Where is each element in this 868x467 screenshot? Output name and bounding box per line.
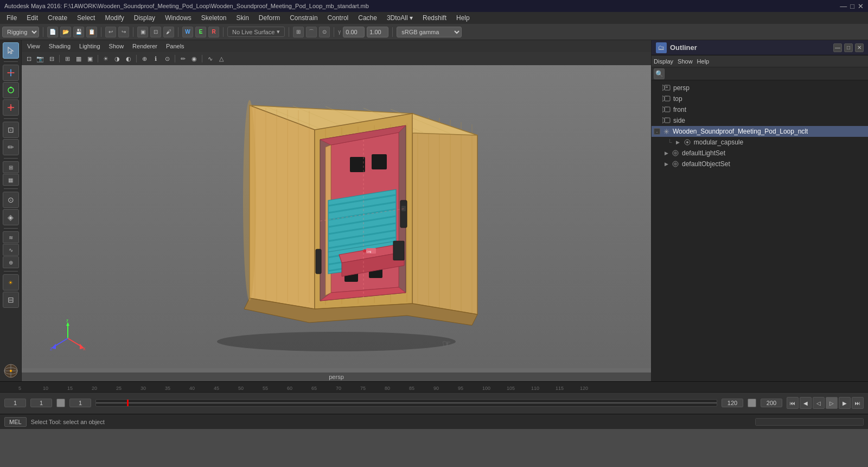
outliner-item-top[interactable]: top [652,93,868,104]
outliner-menu-display[interactable]: Display [654,58,673,65]
vt-hud-btn[interactable]: ℹ [151,54,161,64]
new-scene-button[interactable]: 📄 [47,27,58,37]
outliner-item-modular-capsule[interactable]: └ ▶ modular_capsule [652,137,868,148]
vp-menu-renderer[interactable]: Renderer [130,42,159,50]
select-tool-lt[interactable] [3,42,19,59]
move-tool-button[interactable]: W [182,27,193,37]
collapse-wooden-pod-btn[interactable]: - [654,128,660,135]
menu-deform[interactable]: Deform [254,13,284,23]
expand-arrow-objectset[interactable]: ▶ [662,160,670,168]
outliner-menu-show[interactable]: Show [678,58,693,65]
view-layout-btn[interactable]: ▦ [3,174,19,186]
scale-tool-button[interactable]: R [208,27,219,37]
vt-display-colors-btn[interactable]: ◉ [189,54,199,64]
lasso-tool-button[interactable]: ⊡ [150,27,161,37]
timeline-scrubber[interactable] [95,399,717,407]
no-live-surface-indicator[interactable]: No Live Surface ▾ [227,27,285,37]
vt-filmgate-btn[interactable]: ⊟ [47,54,56,64]
menu-redshift[interactable]: Redshift [418,13,451,23]
vp-menu-view[interactable]: View [25,42,42,50]
vp-menu-show[interactable]: Show [107,42,126,50]
menu-3dtool[interactable]: 3DtoAll ▾ [382,13,417,23]
menu-constrain[interactable]: Constrain [285,13,322,23]
vt-shadows-btn[interactable]: ◑ [112,54,122,64]
outliner-minimize-btn[interactable]: — [833,43,842,52]
play-back-btn[interactable]: ◁ [813,397,825,409]
light-btn[interactable]: ☀ [3,274,19,291]
select-tool-button[interactable]: ▣ [137,27,148,37]
undo-button[interactable]: ↩ [105,27,116,37]
scene-container[interactable]: Log ☞ [22,65,651,368]
vt-poly-btn[interactable]: △ [216,54,226,64]
go-start-btn[interactable]: ⏮ [787,397,799,409]
vt-texture-btn[interactable]: ▣ [85,54,95,64]
paint-tool-lt[interactable]: ✏ [3,139,19,155]
rivet-btn[interactable]: ◈ [3,209,19,225]
timeline-ruler[interactable]: 5 10 15 20 25 30 35 40 45 50 55 60 65 70… [0,382,868,393]
menu-skin[interactable]: Skin [232,13,253,23]
vt-nurbscurve-btn[interactable]: ∿ [205,54,215,64]
vt-wireframe-btn[interactable]: ⊞ [62,54,72,64]
rotate-tool-button[interactable]: E [195,27,206,37]
menu-display[interactable]: Display [130,13,159,23]
menu-windows[interactable]: Windows [161,13,196,23]
move-tool-lt[interactable] [3,65,19,81]
current-frame-input[interactable] [4,399,26,407]
outliner-item-default-light-set[interactable]: ▶ defaultLightSet [652,148,868,159]
scrub-handle[interactable] [127,400,129,406]
outliner-item-persp[interactable]: persp [652,83,868,93]
outliner-content[interactable]: persp top [652,80,868,381]
menu-modify[interactable]: Modify [100,13,128,23]
outliner-item-front[interactable]: front [652,104,868,115]
outliner-close-btn[interactable]: ✕ [855,43,864,52]
gamma-input[interactable] [343,27,365,37]
mode-selector[interactable]: Rigging [2,27,39,37]
play-fwd-btn[interactable]: ▷ [826,397,838,409]
vt-grid-btn[interactable]: ⊕ [139,54,149,64]
vt-lighting-btn[interactable]: ☀ [101,54,111,64]
end-frame-input[interactable] [722,399,743,407]
next-frame-btn[interactable]: ▶ [839,397,851,409]
outliner-maximize-btn[interactable]: □ [844,43,853,52]
main-viewport[interactable]: View Shading Lighting Show Renderer Pane… [22,40,651,381]
vp-menu-shading[interactable]: Shading [47,42,73,50]
scale-tool-lt[interactable] [3,99,19,116]
save-as-button[interactable]: 📋 [86,27,97,37]
start-frame-input[interactable] [30,399,52,407]
expand-arrow-lightset[interactable]: ▶ [662,149,670,157]
menu-file[interactable]: File [2,13,21,23]
menu-cache[interactable]: Cache [354,13,381,23]
vt-xray-btn[interactable]: ⊙ [162,54,172,64]
menu-edit[interactable]: Edit [22,13,42,23]
save-file-button[interactable]: 💾 [73,27,84,37]
vt-smooth-btn[interactable]: ▦ [74,54,84,64]
view-grid-btn[interactable]: ⊞ [3,161,19,173]
curve-btn[interactable]: ∿ [3,244,19,256]
vt-camera-btn[interactable]: ⊡ [24,54,34,64]
menu-control[interactable]: Control [323,13,353,23]
menu-select[interactable]: Select [73,13,99,23]
menu-skeleton[interactable]: Skeleton [197,13,231,23]
outliner-scroll-bar[interactable] [755,418,864,426]
snap-curve-button[interactable]: ⌒ [306,27,317,37]
snap-point-button[interactable]: ⊙ [319,27,330,37]
outliner-item-default-object-set[interactable]: ▶ defaultObjectSet [652,159,868,169]
expand-arrow-modular[interactable]: ▶ [674,138,682,146]
menu-help[interactable]: Help [452,13,474,23]
outliner-item-wooden-pod[interactable]: - ✳ Wooden_Soundproof_Meeting_Pod_Loop_n… [652,126,868,137]
colorspace-selector[interactable]: sRGB gamma [397,27,462,37]
vt-bookmarks-btn[interactable]: 📷 [35,54,45,64]
redo-button[interactable]: ↪ [118,27,129,37]
maximize-button[interactable]: □ [850,2,854,10]
frame-display-input[interactable] [69,399,91,407]
open-file-button[interactable]: 📂 [60,27,71,37]
vp-menu-lighting[interactable]: Lighting [77,42,103,50]
extra-btn[interactable]: ⊟ [3,292,19,308]
close-button[interactable]: ✕ [858,2,864,10]
vp-menu-panels[interactable]: Panels [164,42,187,50]
range-end-input[interactable] [761,399,782,407]
prev-frame-btn[interactable]: ◀ [800,397,812,409]
snap-btn[interactable]: ⊙ [3,192,19,208]
vt-paint-effects-btn[interactable]: ✏ [178,54,188,64]
joint-btn[interactable]: ⊕ [3,256,19,268]
